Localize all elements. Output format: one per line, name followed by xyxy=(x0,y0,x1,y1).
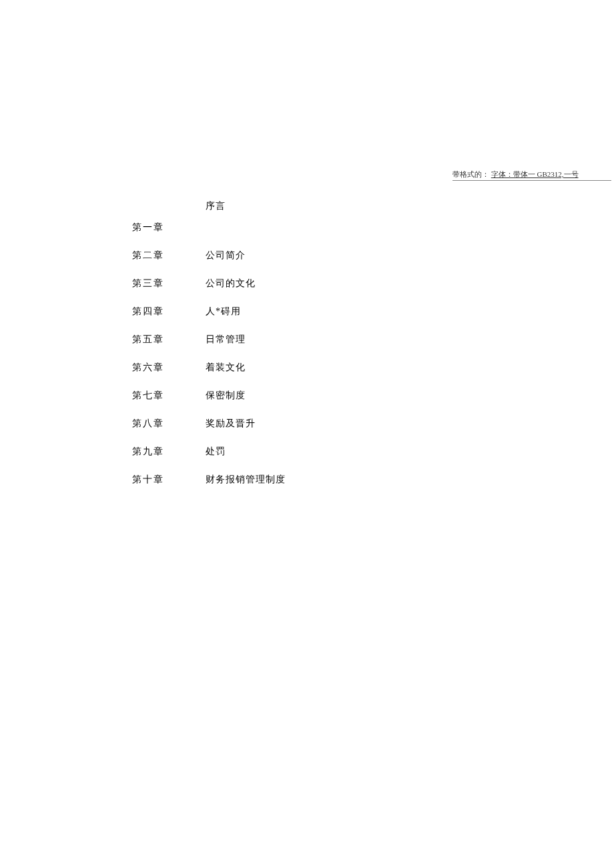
toc-chapter: 第五章 xyxy=(132,334,206,346)
toc-row: 第十章 财务报销管理制度 xyxy=(132,474,386,486)
toc-title xyxy=(206,222,386,234)
toc-row: 第八章 奖励及晋升 xyxy=(132,418,386,430)
annotation-text: 字体：带体一 GB2312,一号 xyxy=(491,170,579,178)
toc-chapter: 第二章 xyxy=(132,250,206,262)
toc-chapter: 第四章 xyxy=(132,306,206,318)
toc-title: 财务报销管理制度 xyxy=(206,474,386,486)
toc-row: 第四章 人*碍用 xyxy=(132,306,386,318)
toc-row: 第二章 公司简介 xyxy=(132,250,386,262)
toc-row: 第三章 公司的文化 xyxy=(132,278,386,290)
toc-title: 保密制度 xyxy=(206,390,386,402)
toc-chapter: 第三章 xyxy=(132,278,206,290)
toc-title: 处罚 xyxy=(206,446,386,458)
toc-chapter: 第六章 xyxy=(132,362,206,374)
toc-row: 第七章 保密制度 xyxy=(132,390,386,402)
toc-title: 公司简介 xyxy=(206,250,386,262)
toc-title: 人*碍用 xyxy=(206,306,386,318)
format-annotation: 带格式的： 字体：带体一 GB2312,一号 xyxy=(452,169,611,181)
toc-chapter: 第八章 xyxy=(132,418,206,430)
table-of-contents: 序言 第一章 第二章 公司简介 第三章 公司的文化 第四章 人*碍用 第五章 日… xyxy=(132,200,386,486)
annotation-label: 带格式的： xyxy=(452,170,489,178)
toc-chapter: 第一章 xyxy=(132,222,206,234)
toc-chapter: 第十章 xyxy=(132,474,206,486)
toc-title: 日常管理 xyxy=(206,334,386,346)
toc-chapter: 第七章 xyxy=(132,390,206,402)
toc-row: 第一章 xyxy=(132,222,386,234)
toc-chapter: 第九章 xyxy=(132,446,206,458)
toc-header: 序言 xyxy=(206,200,386,212)
toc-title: 公司的文化 xyxy=(206,278,386,290)
toc-row: 第六章 着装文化 xyxy=(132,362,386,374)
toc-title: 着装文化 xyxy=(206,362,386,374)
toc-row: 第五章 日常管理 xyxy=(132,334,386,346)
toc-title: 奖励及晋升 xyxy=(206,418,386,430)
toc-row: 第九章 处罚 xyxy=(132,446,386,458)
